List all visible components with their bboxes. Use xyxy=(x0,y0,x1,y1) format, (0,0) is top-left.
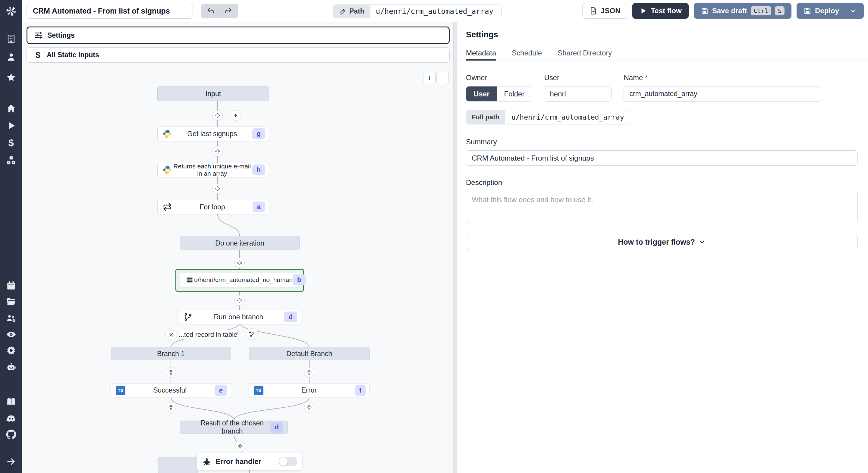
node-branch-1[interactable]: Branch 1 xyxy=(111,347,231,360)
node-get-last-signups[interactable]: Get last signups g xyxy=(157,127,269,141)
add-branch-button[interactable] xyxy=(246,328,258,340)
zoom-out-button[interactable]: − xyxy=(436,72,449,84)
discord-icon[interactable] xyxy=(6,413,17,424)
node-input[interactable]: Input xyxy=(157,87,269,101)
flow-path-field[interactable]: Path u/henri/crm_automated_array xyxy=(333,4,501,18)
save-icon xyxy=(701,7,709,15)
path-value: u/henri/crm_automated_array xyxy=(370,5,501,18)
add-step-button[interactable] xyxy=(166,402,176,412)
add-step-button[interactable] xyxy=(304,402,314,412)
error-handler-toggle[interactable] xyxy=(278,457,297,466)
node-crm-script[interactable]: u/henri/crm_automated_no_human b xyxy=(180,273,299,287)
selected-step-outline: u/henri/crm_automated_no_human b xyxy=(176,269,304,292)
step-id-badge: d xyxy=(270,422,283,433)
flow-name-input[interactable] xyxy=(624,86,821,101)
trigger-lightning-icon[interactable] xyxy=(231,110,241,121)
folders-icon[interactable] xyxy=(6,296,17,307)
node-default-branch[interactable]: Default Branch xyxy=(249,347,370,360)
settings-panel: Settings Metadata Schedule Shared Direct… xyxy=(457,22,868,473)
python-icon xyxy=(162,165,172,175)
add-step-button[interactable] xyxy=(304,367,314,378)
tab-shared-directory[interactable]: Shared Directory xyxy=(558,46,612,61)
undo-button[interactable] xyxy=(203,4,218,18)
step-id-badge: e xyxy=(215,385,227,396)
description-field: Description xyxy=(466,178,858,224)
tab-metadata[interactable]: Metadata xyxy=(466,46,496,61)
chevron-down-icon[interactable] xyxy=(849,7,857,15)
favorites-star-icon[interactable] xyxy=(6,72,17,83)
tab-schedule[interactable]: Schedule xyxy=(512,46,542,61)
name-label: Name* xyxy=(624,73,821,82)
expand-arrow-icon[interactable] xyxy=(6,456,17,467)
toggle-knob xyxy=(279,457,287,466)
node-error[interactable]: TS Error f xyxy=(249,383,370,397)
owner-user-input[interactable] xyxy=(544,86,612,101)
add-step-button[interactable] xyxy=(213,184,223,194)
python-icon xyxy=(162,129,172,138)
audit-eye-icon[interactable] xyxy=(6,329,17,340)
home-icon[interactable] xyxy=(6,103,17,114)
settings-box-label: Settings xyxy=(47,31,75,39)
node-for-loop[interactable]: For loop a xyxy=(157,200,269,214)
step-id-badge: b xyxy=(293,275,306,285)
owner-user-option[interactable]: User xyxy=(466,87,497,101)
summary-field: Summary xyxy=(466,138,858,166)
json-button[interactable]: JSON xyxy=(582,3,627,19)
runs-play-icon[interactable] xyxy=(6,120,17,131)
sidebar: $ xyxy=(0,0,22,473)
kbd-ctrl: Ctrl xyxy=(751,6,771,15)
docs-book-icon[interactable] xyxy=(6,397,17,407)
owner-kind-toggle: User Folder xyxy=(466,86,532,101)
add-step-button[interactable] xyxy=(235,441,245,451)
redo-button[interactable] xyxy=(221,4,236,18)
zoom-in-button[interactable]: + xyxy=(423,72,435,84)
add-step-button[interactable] xyxy=(235,258,245,268)
how-to-trigger-button[interactable]: How to trigger flows? xyxy=(466,234,858,250)
node-partially-hidden[interactable] xyxy=(158,457,198,473)
groups-users-icon[interactable] xyxy=(6,313,17,323)
node-result-chosen-branch[interactable]: Result of the chosen branch d xyxy=(180,420,288,434)
flow-summary-input[interactable] xyxy=(27,3,193,19)
variables-dollar-icon[interactable]: $ xyxy=(6,137,17,148)
workers-robot-icon[interactable] xyxy=(6,361,17,372)
step-id-badge: d xyxy=(284,312,297,322)
workspace-icon[interactable] xyxy=(6,33,17,44)
flow-canvas[interactable]: Settings $ All Static Inputs + − xyxy=(22,22,453,473)
full-path-display: Full path u/henri/crm_automated_array xyxy=(466,110,631,124)
step-id-badge: a xyxy=(253,201,265,212)
step-id-badge: g xyxy=(252,128,265,139)
schedules-calendar-icon[interactable] xyxy=(6,280,17,291)
play-icon xyxy=(639,7,647,15)
all-static-inputs-box[interactable]: $ All Static Inputs xyxy=(27,47,450,63)
owner-folder-option[interactable]: Folder xyxy=(497,87,532,101)
node-run-one-branch[interactable]: Run one branch d xyxy=(178,310,301,324)
add-step-button[interactable] xyxy=(213,146,223,156)
undo-redo-group xyxy=(201,4,238,19)
description-textarea[interactable] xyxy=(466,191,858,223)
add-step-button[interactable] xyxy=(166,367,176,378)
node-successful[interactable]: TS Successful e xyxy=(111,383,231,397)
error-handler-node[interactable]: Error handler xyxy=(196,453,302,470)
deploy-button[interactable]: Deploy xyxy=(797,3,864,19)
windmill-logo-icon[interactable] xyxy=(5,5,17,17)
step-id-badge: f xyxy=(355,385,366,396)
save-draft-button[interactable]: Save draft Ctrl S xyxy=(694,3,792,19)
windmill-flow-editor: $ xyxy=(0,0,868,473)
node-do-one-iteration[interactable]: Do one iteration xyxy=(180,236,300,250)
panel-splitter[interactable] xyxy=(453,22,457,473)
static-inputs-label: All Static Inputs xyxy=(47,51,99,59)
branch-condition-label[interactable]: ...ted record in table' xyxy=(180,330,237,339)
add-step-button[interactable] xyxy=(213,110,223,121)
user-icon[interactable] xyxy=(6,52,17,62)
dollar-icon: $ xyxy=(33,50,42,60)
test-flow-button[interactable]: Test flow xyxy=(632,3,688,19)
add-step-button[interactable] xyxy=(235,295,245,306)
owner-label: Owner xyxy=(466,73,532,82)
node-unique-emails[interactable]: Returns each unique e-mail in an array h xyxy=(157,163,269,177)
settings-gear-icon[interactable] xyxy=(6,345,17,356)
github-icon[interactable] xyxy=(6,429,17,440)
flow-settings-box[interactable]: Settings xyxy=(27,27,450,44)
resources-cubes-icon[interactable] xyxy=(6,155,17,166)
remove-branch-button[interactable] xyxy=(165,329,177,341)
summary-input[interactable] xyxy=(466,150,858,166)
